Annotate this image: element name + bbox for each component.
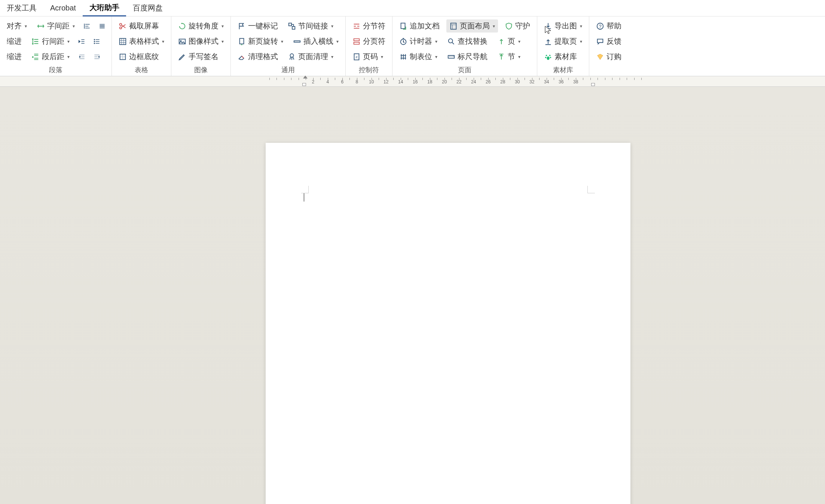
svg-rect-5 <box>120 38 126 44</box>
menu-dev-tools[interactable]: 开发工具 <box>0 0 43 16</box>
page-number-button[interactable]: # 页码▾ <box>349 50 386 63</box>
group-label-general: 通用 <box>235 65 342 74</box>
subscribe-button[interactable]: 订购 <box>593 50 624 63</box>
section-link-button[interactable]: 节间链接▾ <box>285 19 336 33</box>
resource-lib-button[interactable]: 素材库 <box>541 50 580 63</box>
append-doc-button[interactable]: 追加文档 <box>396 19 443 33</box>
increase-indent-icon <box>93 53 101 61</box>
menu-daheng-assistant[interactable]: 大珩助手 <box>83 0 126 16</box>
page-break-button[interactable]: 分页符 <box>349 35 388 48</box>
align-button[interactable]: 对齐▾ <box>4 19 30 33</box>
menu-baidu-netdisk[interactable]: 百度网盘 <box>126 0 169 16</box>
chevron-down-icon: ▾ <box>518 54 520 59</box>
diamond-icon <box>596 53 604 61</box>
chevron-down-icon: ▾ <box>25 24 27 29</box>
char-spacing-button[interactable]: 字间距▾ <box>34 19 78 33</box>
section-label: 节 <box>508 52 515 62</box>
outdent-small-button[interactable] <box>76 36 88 47</box>
timer-icon <box>399 37 407 46</box>
help-button[interactable]: ? 帮助 <box>593 19 624 33</box>
chevron-down-icon: ▾ <box>162 39 164 44</box>
svg-point-23 <box>545 57 547 58</box>
decrease-indent-small-button[interactable] <box>76 52 88 62</box>
rotate-angle-button[interactable]: 旋转角度▾ <box>175 19 227 33</box>
list-icon <box>93 37 101 46</box>
page-break-label: 分页符 <box>363 36 385 46</box>
list-small-button[interactable] <box>91 36 103 47</box>
find-replace-button[interactable]: 查找替换 <box>444 35 491 48</box>
paw-icon <box>544 53 552 61</box>
justify-small-button[interactable] <box>97 21 108 31</box>
horizontal-ruler[interactable]: 2468101214161820222426283032343638 <box>0 76 825 87</box>
increase-indent-small-button[interactable] <box>91 52 103 62</box>
feedback-button[interactable]: 反馈 <box>593 35 624 48</box>
timer-button[interactable]: 计时器▾ <box>396 35 440 48</box>
broom-icon <box>288 53 296 61</box>
append-doc-icon <box>399 22 407 30</box>
group-label-help <box>593 65 624 73</box>
document-page[interactable] <box>266 143 630 504</box>
clear-format-label: 清理格式 <box>248 52 278 62</box>
section-break-button[interactable]: 分节符 <box>349 19 388 33</box>
link-icon <box>288 22 296 30</box>
ribbon-group-page: 追加文档 页面布局▾ 守护 计时器▾ 查找替换 <box>392 16 537 76</box>
insert-hline-button[interactable]: 插入横线▾ <box>290 35 342 48</box>
screenshot-label: 截取屏幕 <box>129 21 159 31</box>
ruler-tick-label: 24 <box>471 79 476 84</box>
screenshot-button[interactable]: 截取屏幕 <box>116 19 162 33</box>
group-label-paragraph: 段落 <box>4 65 108 74</box>
protect-button[interactable]: 守护 <box>502 19 533 33</box>
chevron-down-icon: ▾ <box>435 54 437 59</box>
page-button[interactable]: 页▾ <box>494 35 523 48</box>
border-shading-button[interactable]: 边框底纹 <box>116 50 162 63</box>
tab-stops-label: 制表位 <box>410 52 432 62</box>
text-cursor <box>304 193 304 202</box>
hand-sign-button[interactable]: 手写签名 <box>175 50 221 63</box>
svg-point-0 <box>94 39 95 40</box>
page-cleanup-label: 页面清理 <box>298 52 328 62</box>
append-doc-label: 追加文档 <box>410 21 440 31</box>
align-label: 对齐 <box>7 21 22 31</box>
section-button[interactable]: 节▾ <box>494 50 523 63</box>
para-after-spacing-button[interactable]: 段后距▾ <box>28 50 73 63</box>
page-rotate-icon <box>238 37 246 46</box>
tab-stops-button[interactable]: 制表位▾ <box>396 50 440 63</box>
extract-page-label: 提取页 <box>554 36 577 46</box>
svg-rect-9 <box>289 23 291 25</box>
page-layout-button[interactable]: 页面布局▾ <box>446 19 498 33</box>
ruler-first-line-indent-marker[interactable] <box>303 76 308 79</box>
section-break-icon <box>352 22 361 30</box>
char-spacing-icon <box>37 22 45 30</box>
line-spacing-button[interactable]: 行间距▾ <box>28 35 73 48</box>
image-style-button[interactable]: 图像样式▾ <box>175 35 227 48</box>
ribbon-group-table: 截取屏幕 表格样式▾ 边框底纹 表格 <box>112 16 171 76</box>
feedback-label: 反馈 <box>606 36 621 46</box>
margin-corner-top-right <box>587 186 595 193</box>
extract-page-button[interactable]: 提取页▾ <box>541 35 585 48</box>
svg-text:#: # <box>355 55 358 59</box>
ribbon-group-resource: 导出图▾ 提取页▾ 素材库 素材库 <box>537 16 589 76</box>
one-click-mark-label: 一键标记 <box>248 21 278 31</box>
table-style-button[interactable]: 表格样式▾ <box>116 35 167 48</box>
document-canvas[interactable] <box>0 87 825 504</box>
decrease-indent-icon <box>78 53 86 61</box>
svg-rect-11 <box>240 38 244 44</box>
indent-button[interactable]: 缩进 <box>4 35 25 48</box>
export-image-button[interactable]: 导出图▾ <box>541 19 585 33</box>
svg-rect-12 <box>294 41 300 42</box>
pen-icon <box>178 53 186 61</box>
new-page-rotate-button[interactable]: 新页旋转▾ <box>235 35 286 48</box>
menu-acrobat[interactable]: Acrobat <box>43 0 83 16</box>
ruler-nav-button[interactable]: 标尺导航 <box>444 50 491 63</box>
page-cleanup-button[interactable]: 页面清理▾ <box>285 50 336 63</box>
one-click-mark-button[interactable]: 一键标记 <box>235 19 281 33</box>
clear-format-button[interactable]: 清理格式 <box>235 50 281 63</box>
ruler-right-indent-marker[interactable] <box>591 83 595 86</box>
ruler-tick-label: 32 <box>529 79 534 84</box>
ruler-tick-label: 22 <box>456 79 461 84</box>
menu-bar: 开发工具 Acrobat 大珩助手 百度网盘 <box>0 0 825 16</box>
align-left-small-button[interactable] <box>82 21 93 31</box>
chevron-down-icon: ▾ <box>381 54 383 59</box>
ruler-left-indent-marker[interactable] <box>302 83 306 86</box>
indent2-button[interactable]: 缩进 <box>4 50 25 63</box>
